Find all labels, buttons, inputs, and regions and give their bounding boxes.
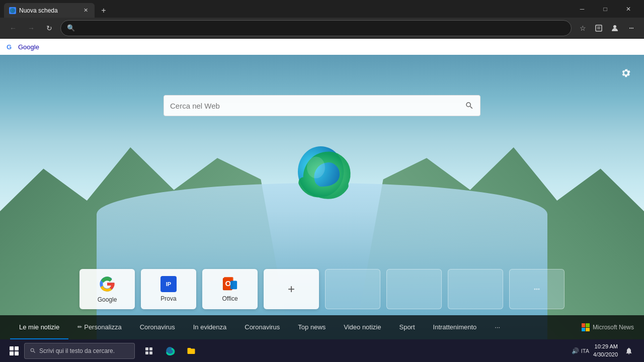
quick-link-google-label: Google [98,296,117,303]
sound-icon[interactable]: 🔊 [572,347,579,354]
microsoft-logo [582,323,590,331]
svg-rect-0 [596,25,602,31]
minimize-button[interactable]: ─ [571,0,594,18]
svg-point-14 [538,289,540,290]
google-icon [98,275,116,293]
svg-rect-17 [145,351,148,354]
google-logo: G [6,42,15,51]
notification-button[interactable] [622,344,636,358]
tab-area: Nuova scheda ✕ + [4,0,111,18]
address-input[interactable] [78,24,565,32]
title-bar: Nuova scheda ✕ + ─ □ ✕ [0,0,644,18]
profile-icon[interactable] [608,21,622,35]
quick-link-empty-4[interactable] [509,269,565,309]
active-tab[interactable]: Nuova scheda ✕ [4,3,95,18]
news-item-sport[interactable]: Sport [390,315,424,339]
lang-indicator[interactable]: ITA [581,348,589,354]
quick-link-google[interactable]: Google [79,269,135,309]
edge-logo [292,140,352,203]
svg-text:G: G [7,43,12,51]
address-bar: ← → ↻ 🔍 ☆ ··· [0,18,644,39]
taskbar-edge-button[interactable] [160,341,180,361]
svg-rect-15 [145,347,148,350]
taskbar-explorer-button[interactable] [181,341,201,361]
news-item-video-notizie[interactable]: Video notizie [335,315,390,339]
pencil-icon: ✏ [77,324,82,330]
windows-icon [10,346,19,355]
search-box[interactable] [164,95,480,116]
svg-point-12 [534,289,536,290]
new-tab-button[interactable]: + [97,4,111,18]
close-button[interactable]: ✕ [617,0,640,18]
quick-link-prova[interactable]: IP Prova [141,269,196,309]
taskbar-icons [139,341,201,361]
back-button[interactable]: ← [6,21,20,35]
window-controls: ─ □ ✕ [571,0,640,18]
search-input[interactable] [170,102,461,110]
search-button[interactable] [465,101,474,110]
svg-point-3 [613,25,616,28]
quick-link-empty-1[interactable] [325,269,380,309]
news-item-le-mie-notizie[interactable]: Le mie notizie [10,315,68,339]
google-bar: G Google [0,39,644,55]
svg-rect-16 [149,347,152,350]
svg-point-7 [307,156,325,178]
office-icon: O [222,276,238,292]
taskbar-search-placeholder: Scrivi qui il testo da cercare. [39,347,115,354]
collections-icon[interactable] [592,21,606,35]
start-button[interactable] [4,341,24,361]
svg-text:O: O [225,279,231,288]
news-item-intrattenimento[interactable]: Intrattenimento [424,315,486,339]
tray-icons: 🔊 ITA [572,347,589,354]
news-item-coronavirus2[interactable]: Coronavirus [235,315,289,339]
news-item-in-evidenza[interactable]: In evidenza [184,315,236,339]
news-item-top-news[interactable]: Top news [289,315,335,339]
prova-icon: IP [160,276,177,292]
svg-rect-18 [149,351,152,354]
tab-title: Nuova scheda [19,7,78,14]
quick-link-empty-2[interactable] [386,269,442,309]
tab-favicon [9,7,16,14]
add-icon: + [288,283,295,295]
quick-link-office-label: Office [222,295,237,302]
clock-date: 4/30/2020 [593,351,618,358]
address-input-wrap[interactable]: 🔍 [60,20,572,36]
maximize-button[interactable]: □ [594,0,617,18]
toolbar-icons: ☆ ··· [576,21,638,35]
address-search-icon: 🔍 [67,24,75,32]
tab-close-button[interactable]: ✕ [82,7,90,15]
svg-rect-11 [230,281,237,289]
ms-news[interactable]: Microsoft News [582,323,634,331]
forward-button[interactable]: → [24,21,38,35]
clock[interactable]: 10:29 AM 4/30/2020 [593,343,618,358]
quick-link-office[interactable]: O Office [202,269,258,309]
news-item-coronavirus1[interactable]: Coronavirus [131,315,184,339]
settings-gear-button[interactable] [618,65,634,81]
settings-menu-icon[interactable]: ··· [624,21,638,35]
news-bar: Le mie notizie ✏Personalizza Coronavirus… [0,315,644,339]
quick-links: Google IP Prova O Office + [79,269,565,309]
quick-link-empty-3[interactable] [448,269,503,309]
system-tray: 🔊 ITA 10:29 AM 4/30/2020 [572,343,640,358]
news-item-more[interactable]: ··· [486,315,509,339]
main-content: Google IP Prova O Office + [0,55,644,339]
clock-time: 10:29 AM [593,343,618,350]
search-box-wrap [164,95,480,116]
favorites-icon[interactable]: ☆ [576,21,590,35]
taskbar-search[interactable]: Scrivi qui il testo da cercare. [24,343,135,359]
quick-link-prova-label: Prova [160,295,176,302]
google-link[interactable]: Google [18,43,39,51]
taskbar: Scrivi qui il testo da cercare. 🔊 ITA 10… [0,339,644,362]
svg-point-13 [536,289,538,290]
quick-link-add[interactable]: + [264,269,319,309]
ms-news-label: Microsoft News [593,324,634,331]
refresh-button[interactable]: ↻ [42,21,56,35]
news-item-personalizza[interactable]: ✏Personalizza [68,315,130,339]
task-view-button[interactable] [139,341,159,361]
